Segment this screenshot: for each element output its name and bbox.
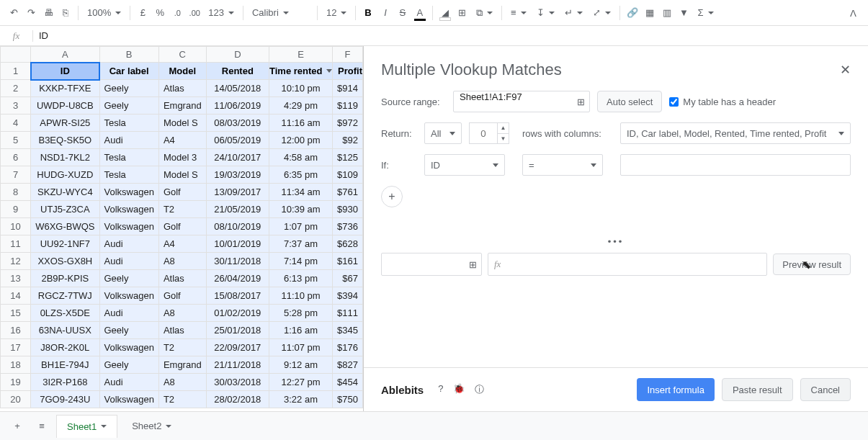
cell[interactable]: APWR-SI25 — [31, 115, 99, 132]
row-header[interactable]: 4 — [1, 115, 31, 132]
cell[interactable]: 3I2R-P168 — [31, 374, 99, 391]
cell[interactable]: 4:58 am — [269, 149, 333, 166]
col-header[interactable]: B — [99, 47, 158, 63]
cell[interactable]: $176 — [333, 339, 363, 356]
cell[interactable]: Tesla — [99, 149, 158, 166]
tab-sheet1[interactable]: Sheet1 — [56, 415, 117, 438]
cell[interactable]: 21/11/2018 — [206, 356, 269, 374]
cell[interactable]: Volkswagen — [99, 339, 158, 356]
cell[interactable]: $930 — [333, 201, 363, 218]
row-header[interactable]: 3 — [1, 97, 31, 115]
row-header[interactable]: 12 — [1, 253, 31, 270]
row-header[interactable]: 20 — [1, 391, 31, 408]
cell[interactable]: Geely — [99, 80, 158, 97]
has-header-input[interactable] — [669, 97, 679, 107]
cell[interactable]: RGCZ-7TWJ — [31, 287, 99, 305]
cell[interactable]: 28/02/2018 — [206, 391, 269, 408]
cell[interactable]: XXOS-GX8H — [31, 253, 99, 270]
filter-icon[interactable]: ▼ — [676, 5, 692, 21]
cell[interactable]: UWDP-U8CB — [31, 97, 99, 115]
cell[interactable]: 26/04/2019 — [206, 270, 269, 287]
row-header[interactable]: 13 — [1, 270, 31, 287]
help-icon[interactable]: ? — [438, 383, 443, 396]
cell[interactable]: Golf — [158, 218, 206, 235]
cell[interactable]: Audi — [99, 374, 158, 391]
cell[interactable]: UTJ5-Z3CA — [31, 201, 99, 218]
italic-icon[interactable]: I — [377, 5, 393, 21]
cell[interactable]: $119 — [333, 97, 363, 115]
spreadsheet-grid[interactable]: ABCDEF1IDCar labelModelRentedTime rented… — [0, 46, 364, 411]
cell[interactable]: Geely — [99, 322, 158, 339]
cell[interactable]: 11/06/2019 — [206, 97, 269, 115]
col-header[interactable]: C — [158, 47, 206, 63]
cell[interactable]: T2 — [158, 339, 206, 356]
zoom-select[interactable]: 100% — [83, 4, 125, 22]
cell[interactable]: Volkswagen — [99, 391, 158, 408]
cell[interactable]: $454 — [333, 374, 363, 391]
table-row[interactable]: 6NSD1-7KL2TeslaModel 324/10/20174:58 am$… — [1, 149, 363, 166]
cell[interactable]: $827 — [333, 356, 363, 374]
row-header[interactable]: 9 — [1, 201, 31, 218]
text-rotation-icon[interactable]: ⤢ — [589, 4, 615, 22]
grid-picker-icon[interactable]: ⊞ — [577, 96, 585, 107]
all-sheets-button[interactable]: ≡ — [32, 416, 52, 436]
table-row[interactable]: 9UTJ5-Z3CAVolkswagenT221/05/201910:39 am… — [1, 201, 363, 218]
row-header[interactable]: 18 — [1, 356, 31, 374]
cell[interactable]: Tesla — [99, 166, 158, 184]
row-header[interactable]: 2 — [1, 80, 31, 97]
cell[interactable]: $92 — [333, 132, 363, 149]
text-color-icon[interactable]: A — [412, 5, 428, 21]
functions-icon[interactable]: Σ — [694, 4, 718, 22]
cell[interactable]: Emgrand — [158, 97, 206, 115]
table-header-cell[interactable]: ID — [31, 63, 99, 80]
cancel-button[interactable]: Cancel — [800, 378, 851, 401]
table-header-cell[interactable]: Rented — [206, 63, 269, 80]
cell[interactable]: Geely — [99, 356, 158, 374]
cell[interactable]: Audi — [99, 305, 158, 322]
add-sheet-button[interactable]: + — [7, 416, 27, 436]
cell[interactable]: Volkswagen — [99, 218, 158, 235]
col-header[interactable]: D — [206, 47, 269, 63]
cell[interactable]: 14/05/2018 — [206, 80, 269, 97]
cell[interactable]: 11:16 am — [269, 115, 333, 132]
cell[interactable]: A8 — [158, 253, 206, 270]
cell[interactable]: SKZU-WYC4 — [31, 184, 99, 201]
cell[interactable]: 15/08/2017 — [206, 287, 269, 305]
close-icon[interactable]: ✕ — [840, 62, 851, 78]
cell[interactable]: 7GO9-243U — [31, 391, 99, 408]
cell[interactable]: Audi — [99, 132, 158, 149]
if-field-select[interactable]: ID — [424, 154, 505, 176]
comment-icon[interactable]: ▦ — [642, 5, 658, 21]
cell[interactable]: $125 — [333, 149, 363, 166]
formula-input[interactable]: ID — [33, 30, 54, 41]
cell[interactable]: Model 3 — [158, 149, 206, 166]
info-icon[interactable]: ⓘ — [475, 383, 484, 396]
cell[interactable]: $750 — [333, 391, 363, 408]
cell[interactable]: $972 — [333, 115, 363, 132]
cell[interactable]: A4 — [158, 235, 206, 253]
cell[interactable]: Volkswagen — [99, 201, 158, 218]
add-condition-button[interactable]: + — [381, 186, 403, 207]
table-row[interactable]: 4APWR-SI25TeslaModel S08/03/201911:16 am… — [1, 115, 363, 132]
cell[interactable]: 11:07 pm — [269, 339, 333, 356]
collapse-toolbar-icon[interactable]: ᐱ — [845, 5, 861, 21]
cell[interactable]: T2 — [158, 201, 206, 218]
redo-icon[interactable]: ↷ — [23, 5, 39, 21]
row-header[interactable]: 11 — [1, 235, 31, 253]
cell[interactable]: $67 — [333, 270, 363, 287]
table-row[interactable]: 2KXKP-TFXEGeelyAtlas14/05/201810:10 pm$9… — [1, 80, 363, 97]
has-header-checkbox[interactable]: My table has a header — [669, 96, 776, 107]
cell[interactable]: Audi — [99, 235, 158, 253]
borders-icon[interactable]: ⊞ — [455, 5, 470, 21]
row-header[interactable]: 15 — [1, 305, 31, 322]
paint-format-icon[interactable]: ⎘ — [58, 5, 73, 21]
cell[interactable]: 13/09/2017 — [206, 184, 269, 201]
cell[interactable]: KXKP-TFXE — [31, 80, 99, 97]
tab-sheet2[interactable]: Sheet2 — [122, 415, 182, 438]
cell[interactable]: 30/11/2018 — [206, 253, 269, 270]
cell[interactable]: 10:39 am — [269, 201, 333, 218]
cell[interactable]: Geely — [99, 270, 158, 287]
cell[interactable]: $111 — [333, 305, 363, 322]
cell[interactable]: Atlas — [158, 322, 206, 339]
cell[interactable]: Golf — [158, 287, 206, 305]
